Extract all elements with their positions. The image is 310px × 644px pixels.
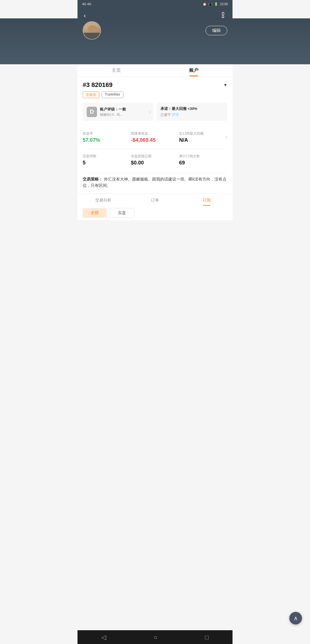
stat-trade-weeks-value: 5 bbox=[83, 160, 131, 166]
account-header: #3 820169 ▼ bbox=[83, 81, 227, 89]
promise-title: 承诺：最大回撤 <30% bbox=[160, 106, 223, 111]
stats-row-2: 交易周数 5 实盘跟随总额 $0.00 累计订阅次数 69 bbox=[83, 149, 227, 173]
tab-account[interactable]: 账户 bbox=[155, 63, 232, 76]
tag-trader: 交易员 bbox=[83, 92, 99, 98]
account-tags: 交易员 TradeMax bbox=[83, 92, 227, 98]
cards-row: D 账户评级：一般 稳健性0.0、风... › 承诺：最大回撤 <30% 已遵守… bbox=[83, 103, 227, 121]
stat-max-drawdown-value: N/A bbox=[179, 137, 227, 143]
rating-sub: 稳健性0.0、风... bbox=[100, 112, 126, 117]
svg-rect-0 bbox=[222, 12, 224, 15]
stat-subscription-count-value: 69 bbox=[179, 160, 227, 166]
promise-card: 承诺：最大回撤 <30% 已遵守 37天 bbox=[156, 103, 227, 121]
stat-trade-weeks-label: 交易周数 bbox=[83, 154, 131, 159]
alarm-icon: ⏰ bbox=[203, 2, 207, 6]
stat-profit-rate-value: 57.07% bbox=[83, 137, 131, 143]
stat-follower-profit-value: -$4,069.45 bbox=[131, 137, 179, 143]
tabs: 主页 账户 bbox=[78, 63, 232, 77]
promise-sub: 已遵守 37天 bbox=[160, 112, 223, 117]
promise-days: 37天 bbox=[172, 113, 179, 117]
stat-subscription-count: 累计订阅次数 69 bbox=[179, 152, 227, 168]
stat-live-amount-value: $0.00 bbox=[131, 160, 179, 166]
edit-button[interactable]: 编辑 bbox=[206, 26, 227, 35]
vibrate-icon: 📳 bbox=[208, 2, 212, 6]
signal-icon: 4G 4G bbox=[82, 2, 91, 6]
bottom-tabs: 交易分析 订单 订阅 bbox=[78, 193, 232, 206]
account-id: #3 820169 bbox=[83, 81, 113, 89]
rating-title: 账户评级：一般 bbox=[100, 107, 126, 112]
rating-grade: D bbox=[87, 107, 97, 117]
strategy-section: 交易策略： 外汇没有大神。愿赌服输。跟我的话建议一倍。裸k没有方向，没有点位，只… bbox=[83, 173, 227, 193]
stat-profit-rate-label: 收益率 bbox=[83, 131, 131, 136]
tab-home[interactable]: 主页 bbox=[78, 63, 155, 76]
filter-row: 全部 实盘 bbox=[78, 206, 232, 220]
stat-trade-weeks: 交易周数 5 bbox=[83, 152, 131, 168]
tag-trademax: TradeMax bbox=[102, 92, 123, 98]
strategy-label: 交易策略： bbox=[83, 177, 103, 181]
stat-follower-profit: 跟随者收益 -$4,069.45 bbox=[131, 129, 179, 146]
filter-all-button[interactable]: 全部 bbox=[83, 208, 107, 218]
avatar bbox=[83, 21, 101, 40]
status-bar: 4G 4G ⏰ 📳 🔋 22:55 bbox=[78, 0, 232, 8]
stats-row-1: 收益率 57.07% 跟随者收益 -$4,069.45 近13周最大回撤 N/A… bbox=[83, 126, 227, 149]
stat-max-drawdown: 近13周最大回撤 N/A bbox=[179, 129, 227, 146]
main-content: #3 820169 ▼ 交易员 TradeMax D 账户评级：一般 稳健性0.… bbox=[78, 77, 232, 193]
filter-live-button[interactable]: 实盘 bbox=[110, 208, 134, 218]
stat-follower-profit-label: 跟随者收益 bbox=[131, 131, 179, 136]
bottom-tab-orders[interactable]: 订单 bbox=[129, 197, 181, 204]
status-right: ⏰ 📳 🔋 22:55 bbox=[203, 2, 228, 6]
stat-subscription-count-label: 累计订阅次数 bbox=[179, 154, 227, 159]
time-display: 22:55 bbox=[220, 2, 228, 6]
stat-profit-rate: 收益率 57.07% bbox=[83, 129, 131, 146]
stat-live-amount-label: 实盘跟随总额 bbox=[131, 154, 179, 159]
rating-card-arrow-icon: › bbox=[149, 109, 151, 115]
stats-row1-arrow-icon[interactable]: › bbox=[226, 134, 227, 140]
strategy-text: 外汇没有大神。愿赌服输。跟我的话建议一倍。裸k没有方向，没有点位，只有区间。 bbox=[83, 177, 226, 188]
battery-icon: 🔋 bbox=[214, 2, 218, 6]
stat-live-amount: 实盘跟随总额 $0.00 bbox=[131, 152, 179, 168]
bottom-tab-subscriptions[interactable]: 订阅 bbox=[181, 197, 232, 204]
bottom-tab-analysis[interactable]: 交易分析 bbox=[78, 197, 129, 204]
rating-card[interactable]: D 账户评级：一般 稳健性0.0、风... › bbox=[83, 103, 154, 121]
profile-section: 编辑 裸k王者 ♂ 微博 46 关注 4 粉丝 250 人气 3.1k bbox=[78, 21, 232, 63]
dropdown-arrow-icon[interactable]: ▼ bbox=[223, 83, 227, 87]
status-left: 4G 4G bbox=[82, 2, 91, 6]
stat-max-drawdown-label: 近13周最大回撤 bbox=[179, 131, 227, 136]
